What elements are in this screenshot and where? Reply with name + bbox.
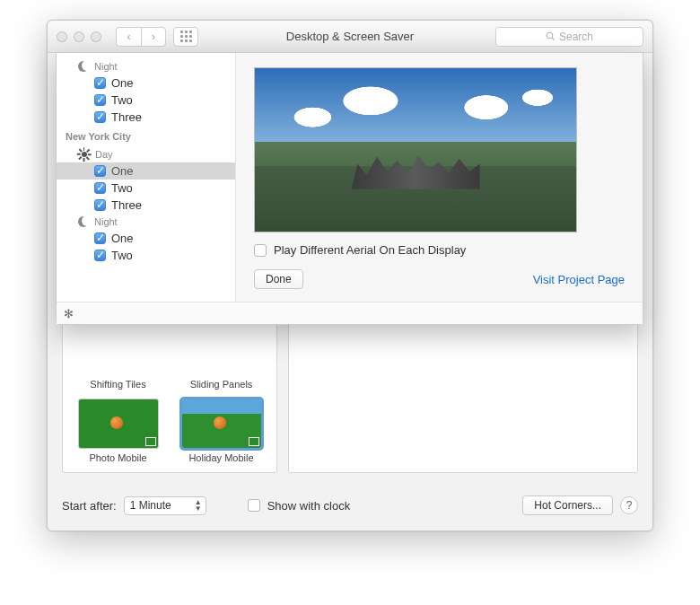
item-night-one[interactable]: One [57, 75, 235, 92]
saver-photo-mobile[interactable]: Photo Mobile [75, 399, 161, 463]
saver-label: Holiday Mobile [179, 452, 264, 463]
group-night-1: Night [57, 58, 235, 75]
item-night-two[interactable]: Two [57, 92, 235, 109]
saver-photo-wall[interactable] [75, 472, 161, 473]
item-day-three[interactable]: Three [57, 197, 235, 214]
done-button[interactable]: Done [254, 269, 303, 289]
checkbox[interactable] [94, 199, 106, 211]
saver-holiday-mobile[interactable]: Holiday Mobile [179, 399, 264, 463]
video-tree[interactable]: Night One Two Three New York City Day On… [57, 53, 236, 302]
stepper-icon: ▲▼ [195, 499, 202, 512]
start-after-label: Start after: [62, 499, 117, 513]
item-night2-one[interactable]: One [57, 230, 235, 247]
saver-grid: Shifting Tiles Sliding Panels Photo Mobi… [63, 316, 276, 473]
traffic-lights [57, 31, 101, 42]
checkbox[interactable] [94, 77, 106, 89]
show-clock-checkbox[interactable] [248, 499, 260, 512]
sheet-right-pane: Play Different Aerial On Each Display Do… [236, 53, 643, 324]
show-all-button[interactable] [173, 27, 198, 47]
skyline-graphic [351, 153, 479, 189]
saver-shifting-tiles[interactable]: Shifting Tiles [75, 325, 161, 390]
zoom-traffic[interactable] [91, 31, 101, 42]
item-day-two[interactable]: Two [57, 180, 235, 197]
checkbox[interactable] [94, 165, 106, 177]
start-after-value: 1 Minute [130, 499, 171, 512]
saver-label: Sliding Panels [179, 379, 264, 390]
item-day-one-selected[interactable]: One [57, 162, 235, 180]
back-button[interactable]: ‹ [116, 27, 141, 47]
bottom-bar: Start after: 1 Minute ▲▼ Show with clock… [62, 493, 638, 518]
checkbox[interactable] [94, 111, 106, 123]
hot-corners-button[interactable]: Hot Corners... [522, 495, 613, 515]
checkbox[interactable] [94, 232, 106, 244]
forward-button[interactable]: › [141, 27, 166, 47]
saver-label: Photo Mobile [75, 452, 161, 463]
moon-icon [78, 61, 89, 72]
saver-unknown[interactable] [179, 472, 264, 473]
play-different-checkbox[interactable] [254, 244, 267, 257]
saver-sliding-panels[interactable]: Sliding Panels [179, 325, 264, 390]
titlebar: ‹ › Desktop & Screen Saver Search [48, 21, 652, 53]
search-placeholder: Search [559, 31, 593, 43]
moon-icon [78, 216, 89, 227]
search-input[interactable]: Search [495, 27, 643, 47]
checkbox[interactable] [94, 182, 106, 194]
checkbox[interactable] [94, 250, 106, 261]
video-preview [254, 67, 577, 232]
grid-icon [180, 31, 192, 42]
item-night2-two[interactable]: Two [57, 247, 235, 264]
item-night-three[interactable]: Three [57, 109, 235, 126]
play-different-row: Play Different Aerial On Each Display [254, 243, 625, 257]
group-day: Day [57, 145, 235, 162]
group-night-2: Night [57, 214, 235, 230]
search-icon [546, 31, 556, 41]
aerial-options-sheet: Night One Two Three New York City Day On… [56, 52, 643, 325]
visit-project-link[interactable]: Visit Project Page [533, 273, 625, 286]
show-clock-label: Show with clock [267, 499, 350, 513]
sun-icon [78, 148, 90, 160]
gear-icon[interactable]: ✻ [64, 307, 74, 320]
play-different-label: Play Different Aerial On Each Display [274, 243, 466, 257]
start-after-select[interactable]: 1 Minute ▲▼ [124, 496, 206, 515]
group-nyc: New York City [57, 126, 235, 145]
minimize-traffic[interactable] [74, 31, 84, 42]
close-traffic[interactable] [57, 31, 67, 42]
help-button[interactable]: ? [620, 496, 638, 514]
saver-label: Shifting Tiles [75, 379, 161, 390]
nav-buttons: ‹ › [116, 27, 166, 47]
checkbox[interactable] [94, 94, 106, 106]
